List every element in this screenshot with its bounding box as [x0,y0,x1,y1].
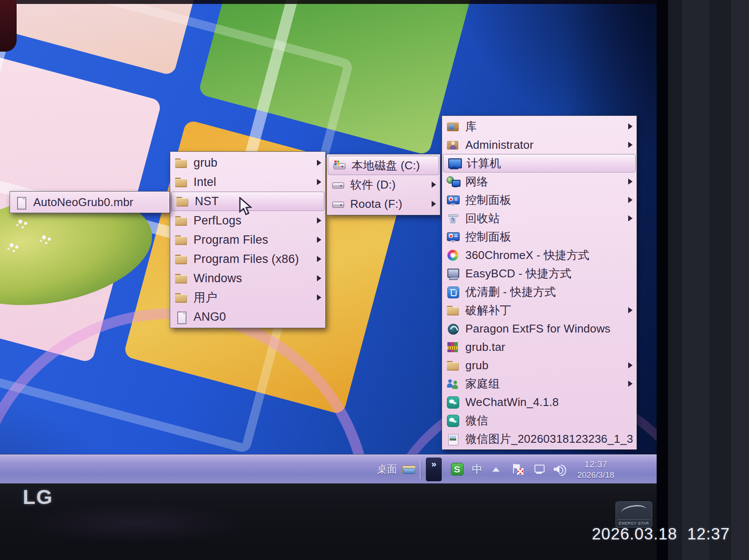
menu-item-wechatwin-installer[interactable]: WeChatWin_4.1.8 [442,393,636,411]
menu-item-360chromex-shortcut[interactable]: 360ChromeX - 快捷方式 [442,246,636,264]
menu-item-windows[interactable]: Windows [170,269,325,288]
control-panel-icon [446,230,460,244]
menu-item-software-d[interactable]: 软件 (D:) [327,175,440,194]
folder-icon [174,252,188,266]
submenu-arrow-icon [317,275,321,281]
folder-icon [174,233,188,247]
menu-item-crack-patch-folder[interactable]: 破解补丁 [442,301,636,319]
submenu-arrow-icon [432,201,436,207]
photographed-monitor: 库 Administrator 计算机 网络 控制面板 [0,0,749,560]
ucleaner-trash-icon [446,285,460,299]
homegroup-icon [446,377,460,391]
submenu-arrow-icon [628,142,633,148]
c-drive-submenu: grub Intel NST PerfLogs Program Files [170,151,326,328]
taskbar-separator [419,455,421,483]
menu-item-paragon-extfs[interactable]: Paragon ExtFS for Windows [442,319,636,338]
recycle-bin-icon [446,212,460,225]
clock-time: 12:37 [584,459,608,469]
action-center-tray-icon[interactable] [509,455,527,483]
monitor-bezel-right [657,0,749,560]
taskbar: 桌面 » S 中 [0,454,657,483]
menu-item-wechat[interactable]: 微信 [442,411,636,430]
winrar-archive-icon [446,340,460,354]
volume-tray-icon[interactable] [551,455,568,483]
drive-icon [331,178,345,192]
menu-item-ang0[interactable]: ANG0 [170,307,325,326]
submenu-arrow-icon [317,256,321,262]
submenu-arrow-icon [317,294,321,301]
menu-item-computer[interactable]: 计算机 [443,154,636,172]
taskbar-clock[interactable]: 12:37 2026/3/18 [570,455,622,483]
sogou-input-tray-icon[interactable]: S [449,455,465,483]
bezel-reflection [26,503,245,542]
ime-chinese-indicator[interactable]: 中 [469,455,485,483]
desktop-toolbar-label[interactable]: 桌面 [375,455,399,483]
menu-item-roota-f[interactable]: Roota (F:) [327,194,440,214]
submenu-arrow-icon [628,178,633,185]
menu-item-control-panel[interactable]: 控制面板 [442,191,636,209]
nst-submenu: AutoNeoGrub0.mbr [10,191,170,213]
computer-submenu: 本地磁盘 (C:) 软件 (D:) Roota (F:) [327,154,440,215]
network-tray-icon[interactable] [531,455,548,483]
network-icon [446,175,460,189]
easybcd-icon [446,267,460,280]
menu-item-intel[interactable]: Intel [170,172,325,192]
wechat-icon [446,396,460,409]
wallpaper-flower [42,235,46,239]
menu-item-grub-folder[interactable]: grub [442,356,636,374]
flag-alert-icon [511,462,525,476]
menu-item-program-files[interactable]: Program Files [170,230,325,249]
user-folder-icon [446,138,460,152]
menu-item-network[interactable]: 网络 [442,172,636,191]
network-status-icon [533,462,546,476]
up-triangle-icon [492,467,499,472]
folder-icon [174,175,188,189]
explorer-taskbar-button[interactable] [399,455,418,483]
submenu-arrow-icon [317,160,321,166]
folder-icon [446,304,460,317]
toolbar-overflow-button[interactable]: » [425,455,442,483]
menu-item-autoneogrub0-mbr[interactable]: AutoNeoGrub0.mbr [10,193,169,211]
computer-icon [447,157,461,170]
submenu-arrow-icon [628,307,633,313]
show-hidden-icons-button[interactable] [489,455,503,483]
menu-item-users[interactable]: 用户 [170,288,325,307]
energy-star-sticker: ENERGY STAR [615,501,652,528]
menu-item-grub-tar[interactable]: grub.tar [442,338,636,356]
menu-item-ucleaner-shortcut[interactable]: 优清删 - 快捷方式 [442,283,636,301]
image-file-icon [446,432,460,446]
libraries-icon [446,120,460,133]
submenu-arrow-icon [628,362,633,368]
submenu-arrow-icon [628,381,633,387]
menu-item-wechat-image[interactable]: 微信图片_20260318123236_1_37 [442,430,636,448]
wallpaper-flower [18,220,22,224]
bezel-top-edge [0,0,657,4]
menu-item-homegroup[interactable]: 家庭组 [442,374,636,393]
menu-item-grub[interactable]: grub [170,153,325,172]
file-icon [14,196,28,209]
menu-item-easybcd-shortcut[interactable]: EasyBCD - 快捷方式 [442,264,636,283]
energy-star-swoosh-icon [620,504,647,518]
speaker-icon [552,462,566,476]
wallpaper-flower [10,243,14,247]
chevron-overflow-icon: » [426,458,442,481]
bezel-corner-reflection [0,0,17,52]
file-icon [174,310,188,324]
menu-item-administrator[interactable]: Administrator [442,136,636,154]
folder-icon [174,272,188,285]
lg-brand-logo: LG [23,485,53,509]
submenu-arrow-icon [317,217,321,224]
menu-item-local-disk-c[interactable]: 本地磁盘 (C:) [328,156,439,175]
menu-item-control-panel-2[interactable]: 控制面板 [442,228,636,246]
folder-icon [446,359,460,372]
submenu-arrow-icon [432,182,436,188]
folder-icon [176,195,189,208]
clock-date: 2026/3/18 [577,470,615,480]
drive-icon [331,197,345,211]
menu-item-recycle-bin[interactable]: 回收站 [442,209,636,228]
camera-timestamp: 2026.03.18 12:37 [592,525,730,543]
folder-icon [174,291,188,304]
menu-item-libraries[interactable]: 库 [442,117,636,136]
folder-icon [174,214,188,228]
menu-item-program-files-x86[interactable]: Program Files (x86) [170,249,325,269]
